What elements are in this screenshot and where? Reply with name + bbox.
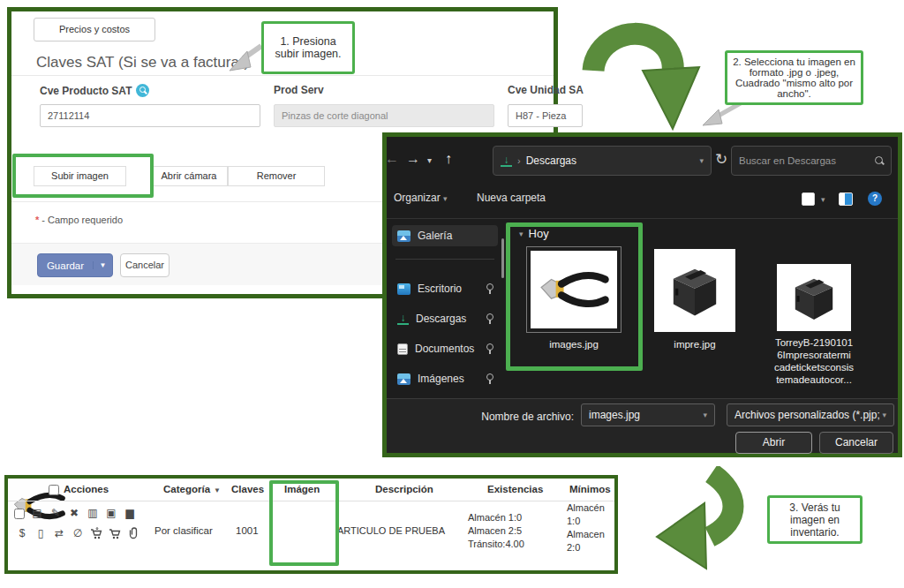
row-actions: $ ▯ ⇄ ∅ [14, 527, 141, 542]
precios-costos-button[interactable]: Precios y costos [34, 18, 155, 41]
view-dropdown-icon[interactable]: ▾ [821, 195, 825, 204]
document-icon[interactable]: ▯ [33, 527, 49, 542]
breadcrumb[interactable]: Descargas [526, 155, 576, 167]
file-open-dialog: ← → ▾ ↑ ↓ › Descargas ▾ ↻ Organizar ▾ Nu… [382, 132, 902, 457]
cve-producto-input[interactable] [40, 104, 260, 127]
claves-sat-heading: Claves SAT (Si se va a facturar) [36, 54, 249, 72]
divider [387, 218, 898, 219]
sidebar-scrollbar[interactable] [501, 238, 504, 278]
address-dropdown-icon[interactable]: ▾ [699, 156, 704, 165]
file-thumbnail-torrey[interactable] [777, 264, 851, 331]
cell-claves: 1001 [236, 524, 259, 538]
tutorial-page: Precios y costos Claves SAT (Si se va a … [0, 0, 904, 588]
printer-image [788, 274, 840, 321]
refresh-icon[interactable]: ↻ [715, 150, 727, 169]
downloads-icon: ↓ [397, 313, 409, 325]
prod-serv-input [274, 104, 494, 127]
view-mode-icon[interactable] [802, 192, 815, 206]
annotation-step2: 2. Selecciona tu imagen en formato .jpg … [725, 50, 863, 105]
sidebar-item-documentos[interactable]: Documentos [392, 338, 498, 359]
chevron-down-icon: ▾ [882, 411, 886, 419]
file-label[interactable]: impre.jpg [654, 338, 735, 351]
refresh-icon[interactable]: ∅ [70, 527, 86, 542]
sidebar-item-escritorio[interactable]: Escritorio [392, 278, 498, 299]
cell-existencias: Almacén 1:0 Almacen 2:5 Tránsito:4.00 [468, 511, 524, 551]
col-descripcion: Descripción [375, 484, 433, 494]
up-icon[interactable]: ↑ [445, 151, 452, 167]
group-header-hoy[interactable]: ▾ Hoy [519, 227, 549, 240]
gallery-icon [397, 230, 411, 242]
nueva-carpeta-button[interactable]: Nueva carpeta [477, 192, 546, 204]
abrir-button[interactable]: Abrir [735, 432, 812, 454]
cell-descripcion: ARTICULO DE PRUEBA [337, 524, 445, 538]
search-input[interactable] [739, 155, 875, 166]
attachment-icon[interactable] [125, 527, 141, 542]
annotation-step1: 1. Presiona subir imagen. [261, 21, 355, 74]
preview-pane-icon[interactable] [839, 192, 853, 206]
required-note: * - Campo requerido [35, 215, 123, 225]
divider [396, 259, 494, 260]
copy-icon[interactable]: ▣ [103, 507, 119, 519]
filetype-combobox[interactable]: Archivos personalizados (*.pjp; ▾ [727, 403, 894, 426]
col-claves: Claves [231, 484, 264, 494]
organizar-dropdown-icon: ▾ [443, 194, 448, 203]
green-arrow-down-icon [574, 16, 711, 139]
guardar-button[interactable]: Guardar ▼ [37, 253, 113, 277]
chart-icon[interactable]: ▆ [122, 507, 138, 519]
file-label[interactable]: images.jpg [526, 338, 622, 351]
cell-minimos: Almacén 1:0 Almacen 2:0 [567, 501, 605, 554]
printer-image [666, 263, 724, 318]
pictures-icon [397, 373, 411, 385]
cve-unidad-input[interactable] [508, 104, 583, 127]
remover-button[interactable]: Remover [228, 166, 325, 186]
green-arrow-left-icon [620, 466, 752, 577]
delete-icon[interactable]: ✖ [66, 507, 82, 519]
help-icon[interactable]: ? [868, 192, 882, 206]
cart-in-icon[interactable] [88, 527, 104, 542]
recent-locations-icon[interactable]: ▾ [427, 155, 432, 165]
breadcrumb-separator-icon: › [517, 155, 521, 166]
file-label[interactable]: TorreyB-2190101 6Impresoratermi cadetick… [761, 336, 867, 386]
pointer-arrow-step1-icon [221, 41, 263, 78]
cart-icon[interactable] [107, 527, 123, 542]
pin-icon [486, 373, 494, 384]
downloads-icon: ↓ [501, 155, 512, 167]
barcode-icon[interactable]: ▥ [85, 507, 101, 519]
address-bar[interactable]: ↓ › Descargas ▾ [493, 146, 712, 176]
sidebar-item-galeria[interactable]: Galería [392, 225, 498, 246]
filename-combobox[interactable]: images.jpg ▾ [581, 403, 715, 426]
sat-search-icon[interactable] [136, 84, 149, 97]
pin-icon [486, 313, 494, 324]
desktop-icon [397, 283, 411, 295]
annotation-step3: 3. Verás tu imagen en inventario. [767, 495, 863, 544]
row-checkbox[interactable] [14, 509, 25, 519]
forward-icon[interactable]: → [406, 151, 420, 167]
filter-icon[interactable]: ▼ [214, 486, 221, 494]
prod-serv-label: Prod Serv [274, 84, 324, 96]
transfer-icon[interactable]: ⇄ [51, 527, 67, 542]
pliers-image [536, 265, 612, 314]
file-thumbnail-impre-jpg[interactable] [654, 249, 735, 332]
abrir-camara-button[interactable]: Abrir cámara [150, 166, 228, 186]
price-icon[interactable]: $ [14, 527, 30, 542]
cancelar-button[interactable]: Cancelar [120, 253, 170, 277]
cve-unidad-label: Cve Unidad SA [508, 84, 584, 96]
sidebar-item-imagenes[interactable]: Imágenes [392, 368, 498, 389]
col-imagen: Imágen [284, 484, 320, 494]
guardar-dropdown-icon[interactable]: ▼ [93, 261, 112, 269]
id-card-icon[interactable]: ▤ [29, 507, 45, 519]
pin-icon [486, 343, 494, 354]
dialog-cancelar-button[interactable]: Cancelar [819, 432, 893, 454]
search-box[interactable] [731, 146, 892, 176]
row-actions: ▤ ✎ ✖ ▥ ▣ ▆ [29, 507, 138, 519]
organizar-menu[interactable]: Organizar ▾ [394, 192, 448, 204]
edit-icon[interactable]: ✎ [48, 507, 64, 519]
col-categoria[interactable]: Categoría▼ [163, 484, 221, 494]
sidebar-item-descargas[interactable]: ↓ Descargas [392, 308, 498, 329]
col-minimos: Mínimos [569, 484, 611, 494]
cve-producto-sat-label: Cve Producto SAT [40, 84, 149, 97]
subir-imagen-button[interactable]: Subir imagen [34, 166, 126, 186]
back-icon[interactable]: ← [385, 151, 399, 167]
select-all-checkbox[interactable] [49, 485, 59, 495]
file-thumbnail-images-jpg[interactable] [526, 246, 622, 333]
